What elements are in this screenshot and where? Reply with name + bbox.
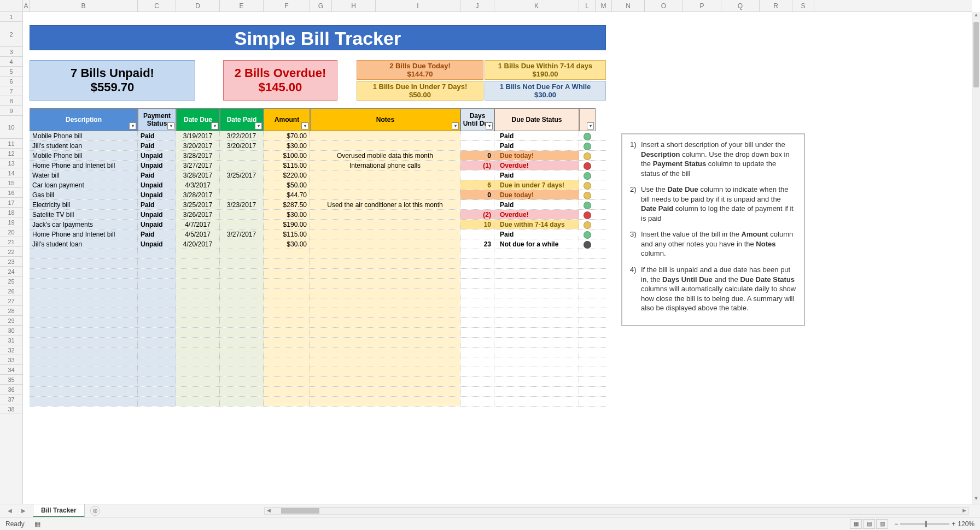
cell-days-until-due[interactable]: (2) (460, 210, 494, 219)
cell-days-until-due[interactable]: (1) (460, 161, 494, 170)
table-row[interactable] (30, 328, 606, 338)
table-row[interactable] (30, 269, 606, 279)
cell-notes[interactable] (310, 239, 460, 249)
cell-notes[interactable]: Overused mobile data this month (310, 151, 460, 160)
table-row[interactable] (30, 348, 606, 357)
row-header[interactable]: 35 (0, 375, 22, 385)
table-row[interactable] (30, 288, 606, 298)
cell-due-date-status[interactable]: Paid (494, 131, 579, 140)
table-row[interactable]: Gas bill Unpaid 3/28/2017 $44.70 0 Due t… (30, 190, 606, 200)
row-header[interactable]: 33 (0, 355, 22, 365)
col-date-due[interactable]: Date Due▾ (176, 108, 220, 131)
cell-days-until-due[interactable]: 10 (460, 220, 494, 229)
cell-date-due[interactable]: 3/26/2017 (176, 210, 220, 219)
cell-notes[interactable] (310, 170, 460, 180)
row-header[interactable]: 17 (0, 198, 22, 208)
column-header[interactable]: A (23, 0, 30, 11)
tab-nav-arrows[interactable]: ◀▶ (0, 508, 33, 514)
horizontal-scrollbar[interactable]: ◀ ▶ (264, 507, 969, 515)
cell-date-paid[interactable]: 3/25/2017 (220, 170, 264, 180)
table-row[interactable]: Jill's student loan Unpaid 4/20/2017 $30… (30, 239, 606, 249)
filter-icon[interactable]: ▾ (167, 122, 174, 129)
cell-due-date-status[interactable]: Due today! (494, 151, 579, 160)
row-header[interactable]: 38 (0, 404, 22, 414)
macro-record-icon[interactable]: ▦ (34, 520, 40, 528)
row-header[interactable]: 3 (0, 47, 22, 57)
column-header[interactable]: P (683, 0, 721, 11)
cell-payment-status[interactable]: Unpaid (138, 161, 176, 170)
cell-amount[interactable]: $44.70 (264, 190, 310, 199)
col-description[interactable]: Description▾ (30, 108, 138, 131)
cell-due-date-status[interactable]: Due within 7-14 days (494, 220, 579, 229)
column-header[interactable]: M (596, 0, 612, 11)
col-notes[interactable]: Notes▾ (310, 108, 460, 131)
table-row[interactable] (30, 308, 606, 318)
cell-description[interactable]: Mobile Phone bill (30, 151, 138, 160)
cell-days-until-due[interactable] (460, 170, 494, 180)
row-header[interactable]: 4 (0, 57, 22, 67)
filter-icon[interactable]: ▾ (129, 122, 136, 129)
cell-payment-status[interactable]: Unpaid (138, 220, 176, 229)
row-header[interactable]: 15 (0, 178, 22, 188)
sheet-tab[interactable]: Bill Tracker (33, 504, 85, 517)
row-header[interactable]: 19 (0, 217, 22, 227)
cell-amount[interactable]: $30.00 (264, 141, 310, 150)
row-header[interactable]: 30 (0, 326, 22, 335)
cell-notes[interactable] (310, 190, 460, 199)
row-header[interactable]: 23 (0, 257, 22, 267)
cell-date-due[interactable]: 4/3/2017 (176, 180, 220, 190)
cell-date-paid[interactable] (220, 161, 264, 170)
cell-days-until-due[interactable]: 23 (460, 239, 494, 249)
row-header[interactable]: 9 (0, 106, 22, 116)
table-row[interactable] (30, 377, 606, 387)
column-header[interactable]: J (460, 0, 494, 11)
worksheet[interactable]: Simple Bill Tracker 7 Bills Unpaid! $559… (23, 12, 972, 504)
column-header[interactable]: H (332, 0, 376, 11)
zoom-control[interactable]: − + 120% (894, 520, 975, 528)
cell-notes[interactable] (310, 210, 460, 219)
cell-date-paid[interactable] (220, 210, 264, 219)
cell-days-until-due[interactable]: 0 (460, 151, 494, 160)
cell-date-due[interactable]: 3/20/2017 (176, 141, 220, 150)
row-header[interactable]: 2 (0, 22, 22, 47)
column-header[interactable]: G (310, 0, 332, 11)
cell-payment-status[interactable]: Unpaid (138, 210, 176, 219)
cell-date-due[interactable]: 4/7/2017 (176, 220, 220, 229)
row-header[interactable]: 26 (0, 286, 22, 296)
cell-notes[interactable] (310, 220, 460, 229)
table-row[interactable]: Water bill Paid 3/28/2017 3/25/2017 $220… (30, 170, 606, 180)
zoom-in-icon[interactable]: + (952, 520, 955, 528)
row-header[interactable]: 11 (0, 139, 22, 149)
table-row[interactable] (30, 397, 606, 407)
cell-date-due[interactable]: 3/27/2017 (176, 161, 220, 170)
cell-payment-status[interactable]: Unpaid (138, 190, 176, 199)
cell-date-paid[interactable] (220, 190, 264, 199)
row-header[interactable]: 20 (0, 227, 22, 237)
cell-due-date-status[interactable]: Due in under 7 days! (494, 180, 579, 190)
row-header[interactable]: 14 (0, 168, 22, 178)
cell-amount[interactable]: $100.00 (264, 151, 310, 160)
table-row[interactable]: Jack's car lpayments Unpaid 4/7/2017 $19… (30, 220, 606, 229)
table-row[interactable] (30, 298, 606, 308)
row-header[interactable]: 34 (0, 365, 22, 375)
column-header[interactable]: R (760, 0, 792, 11)
cell-days-until-due[interactable]: 0 (460, 190, 494, 199)
scrollbar-thumb[interactable] (973, 22, 979, 87)
table-row[interactable] (30, 367, 606, 377)
cell-description[interactable]: Satelite TV bill (30, 210, 138, 219)
cell-payment-status[interactable]: Paid (138, 200, 176, 209)
col-payment-status[interactable]: Payment Status▾ (138, 108, 176, 131)
column-header[interactable]: Q (721, 0, 760, 11)
col-days-until-due[interactable]: Days Until Due▾ (460, 108, 494, 131)
row-header[interactable]: 7 (0, 86, 22, 96)
table-row[interactable] (30, 338, 606, 348)
filter-icon[interactable]: ▾ (486, 122, 493, 129)
cell-due-date-status[interactable]: Paid (494, 170, 579, 180)
cell-notes[interactable] (310, 229, 460, 239)
cell-date-paid[interactable] (220, 151, 264, 160)
cell-date-due[interactable]: 3/28/2017 (176, 151, 220, 160)
cell-amount[interactable]: $287.50 (264, 200, 310, 209)
cell-days-until-due[interactable] (460, 229, 494, 239)
table-row[interactable] (30, 249, 606, 259)
cell-notes[interactable]: Used the air conditioner a lot this mont… (310, 200, 460, 209)
